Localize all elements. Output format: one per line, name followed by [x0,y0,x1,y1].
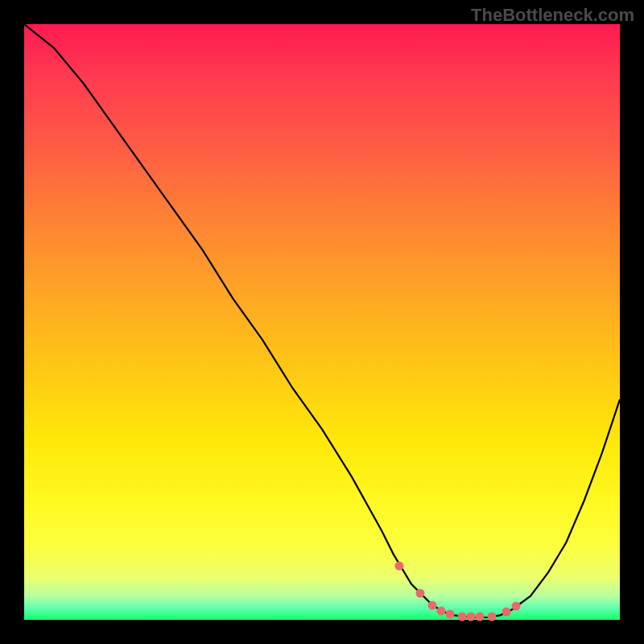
highlight-dot [476,613,485,621]
highlight-dot [511,601,520,610]
highlight-dot [457,612,466,621]
highlight-dot [395,562,404,571]
highlight-dot [467,613,476,621]
highlight-dot [487,612,496,621]
highlight-dot [446,609,455,618]
highlight-dot [437,606,446,615]
highlight-dots [24,24,620,620]
highlight-dot [502,608,511,617]
highlight-dot [416,588,425,597]
chart-plot-area [24,24,620,620]
watermark: TheBottleneck.com [471,5,634,26]
highlight-dot [427,601,436,609]
